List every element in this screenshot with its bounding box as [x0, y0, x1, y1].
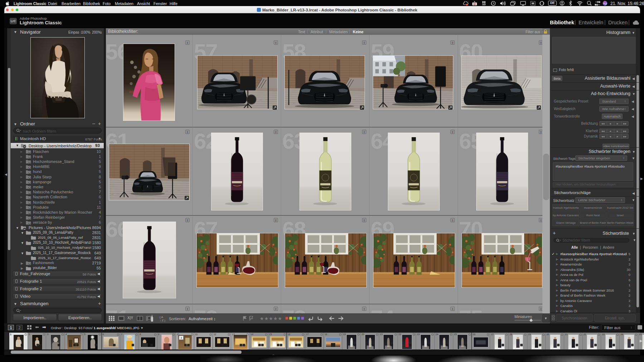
svg-text:S: S	[474, 3, 475, 5]
